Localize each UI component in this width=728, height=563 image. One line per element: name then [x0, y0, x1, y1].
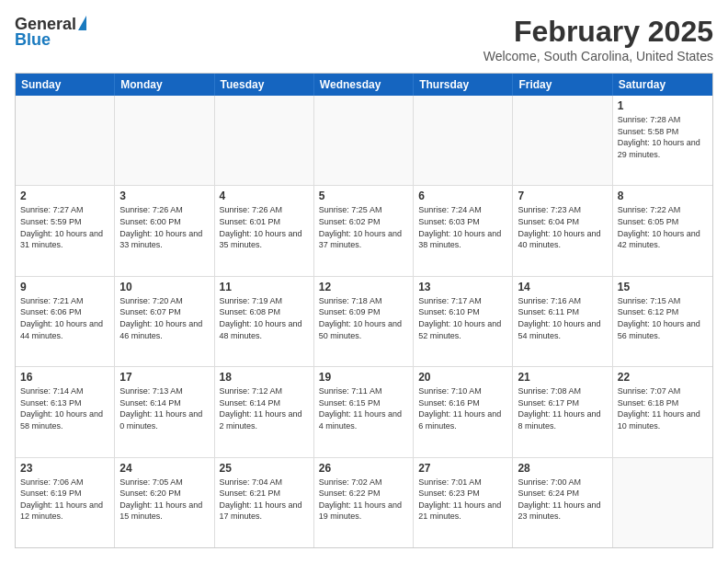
- cell-details: Sunrise: 7:02 AM Sunset: 6:22 PM Dayligh…: [319, 477, 408, 523]
- calendar-cell: [613, 458, 712, 547]
- day-number: 26: [319, 462, 408, 475]
- calendar-cell: 12Sunrise: 7:18 AM Sunset: 6:09 PM Dayli…: [314, 277, 414, 366]
- cell-details: Sunrise: 7:19 AM Sunset: 6:08 PM Dayligh…: [220, 295, 309, 341]
- calendar-cell: 21Sunrise: 7:08 AM Sunset: 6:17 PM Dayli…: [513, 367, 612, 456]
- cell-details: Sunrise: 7:12 AM Sunset: 6:14 PM Dayligh…: [220, 385, 309, 431]
- calendar-cell: 25Sunrise: 7:04 AM Sunset: 6:21 PM Dayli…: [215, 458, 314, 547]
- calendar-cell: 16Sunrise: 7:14 AM Sunset: 6:13 PM Dayli…: [16, 367, 115, 456]
- day-number: 13: [418, 281, 507, 293]
- cell-details: Sunrise: 7:16 AM Sunset: 6:11 PM Dayligh…: [518, 295, 607, 341]
- cell-details: Sunrise: 7:18 AM Sunset: 6:09 PM Dayligh…: [319, 295, 408, 341]
- calendar-cell: [16, 96, 115, 185]
- cell-details: Sunrise: 7:21 AM Sunset: 6:06 PM Dayligh…: [20, 295, 109, 341]
- calendar-cell: 23Sunrise: 7:06 AM Sunset: 6:19 PM Dayli…: [16, 458, 115, 547]
- month-title: February 2025: [483, 15, 713, 49]
- calendar-cell: 1Sunrise: 7:28 AM Sunset: 5:58 PM Daylig…: [613, 96, 712, 185]
- cell-details: Sunrise: 7:10 AM Sunset: 6:16 PM Dayligh…: [418, 385, 507, 431]
- calendar: Sunday Monday Tuesday Wednesday Thursday…: [15, 73, 713, 548]
- cell-details: Sunrise: 7:13 AM Sunset: 6:14 PM Dayligh…: [119, 385, 209, 431]
- cell-details: Sunrise: 7:01 AM Sunset: 6:23 PM Dayligh…: [418, 477, 507, 523]
- header: General Blue February 2025 Welcome, Sout…: [15, 15, 713, 63]
- calendar-cell: 15Sunrise: 7:15 AM Sunset: 6:12 PM Dayli…: [613, 277, 712, 366]
- day-number: 24: [119, 462, 209, 475]
- day-number: 23: [20, 462, 109, 475]
- header-monday: Monday: [115, 74, 214, 96]
- cell-details: Sunrise: 7:17 AM Sunset: 6:10 PM Dayligh…: [418, 295, 507, 341]
- day-number: 18: [220, 371, 309, 384]
- calendar-row-3: 9Sunrise: 7:21 AM Sunset: 6:06 PM Daylig…: [16, 277, 712, 367]
- cell-details: Sunrise: 7:27 AM Sunset: 5:59 PM Dayligh…: [20, 204, 109, 250]
- calendar-cell: [215, 96, 314, 185]
- calendar-cell: 4Sunrise: 7:26 AM Sunset: 6:01 PM Daylig…: [215, 186, 314, 275]
- calendar-cell: [414, 96, 513, 185]
- cell-details: Sunrise: 7:25 AM Sunset: 6:02 PM Dayligh…: [319, 204, 408, 250]
- cell-details: Sunrise: 7:11 AM Sunset: 6:15 PM Dayligh…: [319, 385, 408, 431]
- cell-details: Sunrise: 7:14 AM Sunset: 6:13 PM Dayligh…: [20, 385, 109, 431]
- calendar-row-1: 1Sunrise: 7:28 AM Sunset: 5:58 PM Daylig…: [16, 96, 712, 186]
- header-friday: Friday: [513, 74, 612, 96]
- calendar-cell: 20Sunrise: 7:10 AM Sunset: 6:16 PM Dayli…: [414, 367, 513, 456]
- calendar-cell: 5Sunrise: 7:25 AM Sunset: 6:02 PM Daylig…: [314, 186, 414, 275]
- day-number: 22: [618, 371, 708, 384]
- day-number: 27: [418, 462, 507, 475]
- cell-details: Sunrise: 7:07 AM Sunset: 6:18 PM Dayligh…: [618, 385, 708, 431]
- calendar-cell: 13Sunrise: 7:17 AM Sunset: 6:10 PM Dayli…: [414, 277, 513, 366]
- logo-blue: Blue: [15, 30, 51, 50]
- day-number: 19: [319, 371, 408, 384]
- cell-details: Sunrise: 7:22 AM Sunset: 6:05 PM Dayligh…: [618, 204, 708, 250]
- header-tuesday: Tuesday: [215, 74, 314, 96]
- calendar-cell: 2Sunrise: 7:27 AM Sunset: 5:59 PM Daylig…: [16, 186, 115, 275]
- cell-details: Sunrise: 7:24 AM Sunset: 6:03 PM Dayligh…: [418, 204, 507, 250]
- calendar-cell: 3Sunrise: 7:26 AM Sunset: 6:00 PM Daylig…: [115, 186, 214, 275]
- cell-details: Sunrise: 7:15 AM Sunset: 6:12 PM Dayligh…: [618, 295, 708, 341]
- calendar-row-5: 23Sunrise: 7:06 AM Sunset: 6:19 PM Dayli…: [16, 458, 712, 547]
- calendar-cell: [513, 96, 612, 185]
- logo: General Blue: [15, 15, 86, 50]
- calendar-cell: 28Sunrise: 7:00 AM Sunset: 6:24 PM Dayli…: [513, 458, 612, 547]
- calendar-cell: 24Sunrise: 7:05 AM Sunset: 6:20 PM Dayli…: [115, 458, 214, 547]
- calendar-cell: 14Sunrise: 7:16 AM Sunset: 6:11 PM Dayli…: [513, 277, 612, 366]
- day-number: 21: [518, 371, 607, 384]
- day-number: 3: [119, 190, 209, 202]
- cell-details: Sunrise: 7:06 AM Sunset: 6:19 PM Dayligh…: [20, 477, 109, 523]
- header-thursday: Thursday: [414, 74, 513, 96]
- day-number: 7: [518, 190, 607, 202]
- calendar-cell: 6Sunrise: 7:24 AM Sunset: 6:03 PM Daylig…: [414, 186, 513, 275]
- cell-details: Sunrise: 7:08 AM Sunset: 6:17 PM Dayligh…: [518, 385, 607, 431]
- day-number: 17: [119, 371, 209, 384]
- calendar-cell: 19Sunrise: 7:11 AM Sunset: 6:15 PM Dayli…: [314, 367, 414, 456]
- day-number: 8: [618, 190, 708, 202]
- header-wednesday: Wednesday: [314, 74, 414, 96]
- cell-details: Sunrise: 7:04 AM Sunset: 6:21 PM Dayligh…: [220, 477, 309, 523]
- logo-triangle-icon: [78, 16, 86, 30]
- cell-details: Sunrise: 7:26 AM Sunset: 6:01 PM Dayligh…: [220, 204, 309, 250]
- day-number: 12: [319, 281, 408, 293]
- calendar-header: Sunday Monday Tuesday Wednesday Thursday…: [16, 74, 712, 96]
- day-number: 25: [220, 462, 309, 475]
- calendar-cell: 27Sunrise: 7:01 AM Sunset: 6:23 PM Dayli…: [414, 458, 513, 547]
- page: General Blue February 2025 Welcome, Sout…: [0, 0, 728, 563]
- calendar-cell: 18Sunrise: 7:12 AM Sunset: 6:14 PM Dayli…: [215, 367, 314, 456]
- day-number: 9: [20, 281, 109, 293]
- calendar-cell: 9Sunrise: 7:21 AM Sunset: 6:06 PM Daylig…: [16, 277, 115, 366]
- calendar-cell: 7Sunrise: 7:23 AM Sunset: 6:04 PM Daylig…: [513, 186, 612, 275]
- day-number: 10: [119, 281, 209, 293]
- calendar-row-2: 2Sunrise: 7:27 AM Sunset: 5:59 PM Daylig…: [16, 186, 712, 276]
- cell-details: Sunrise: 7:28 AM Sunset: 5:58 PM Dayligh…: [618, 114, 708, 160]
- day-number: 6: [418, 190, 507, 202]
- day-number: 14: [518, 281, 607, 293]
- header-saturday: Saturday: [613, 74, 712, 96]
- calendar-cell: [115, 96, 214, 185]
- day-number: 20: [418, 371, 507, 384]
- day-number: 2: [20, 190, 109, 202]
- title-section: February 2025 Welcome, South Carolina, U…: [483, 15, 713, 63]
- day-number: 28: [518, 462, 607, 475]
- calendar-row-4: 16Sunrise: 7:14 AM Sunset: 6:13 PM Dayli…: [16, 367, 712, 457]
- calendar-cell: 26Sunrise: 7:02 AM Sunset: 6:22 PM Dayli…: [314, 458, 414, 547]
- cell-details: Sunrise: 7:00 AM Sunset: 6:24 PM Dayligh…: [518, 477, 607, 523]
- calendar-body: 1Sunrise: 7:28 AM Sunset: 5:58 PM Daylig…: [16, 96, 712, 547]
- header-sunday: Sunday: [16, 74, 115, 96]
- calendar-cell: 8Sunrise: 7:22 AM Sunset: 6:05 PM Daylig…: [613, 186, 712, 275]
- day-number: 11: [220, 281, 309, 293]
- day-number: 5: [319, 190, 408, 202]
